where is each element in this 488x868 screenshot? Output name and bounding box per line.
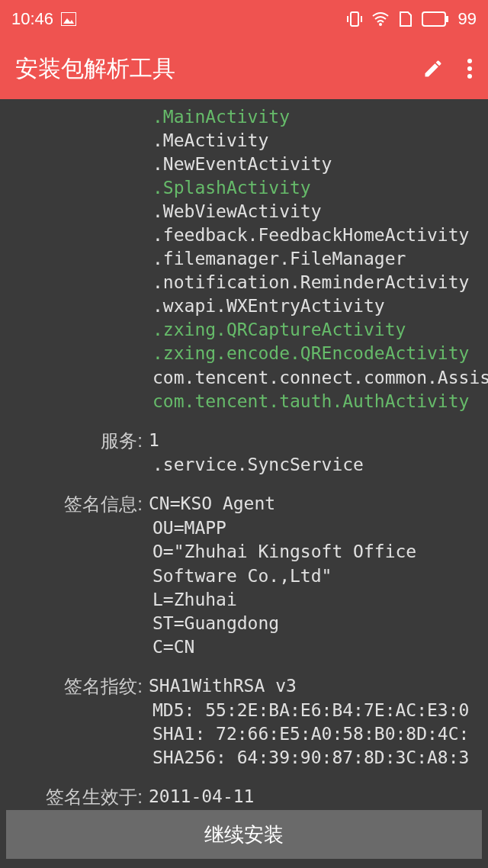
sign-info-label: 签名信息: — [0, 492, 149, 516]
sign-info-line: L=Zhuhai — [0, 588, 488, 612]
activity-item: .feedback.FeedbackHomeActivity — [0, 223, 488, 247]
services-label: 服务: — [0, 429, 149, 453]
sign-info-line: C=CN — [0, 635, 488, 659]
svg-point-8 — [467, 59, 472, 63]
image-icon — [61, 12, 76, 26]
svg-rect-0 — [61, 12, 76, 26]
more-button[interactable] — [467, 58, 473, 79]
svg-rect-2 — [351, 12, 358, 26]
sign-info-line: ST=Guangdong — [0, 612, 488, 635]
activity-item: .zxing.encode.QREncodeActivity — [0, 342, 488, 365]
activity-item: .MeActivity — [0, 129, 488, 153]
svg-point-9 — [467, 66, 472, 71]
activity-item: .SplashActivity — [0, 176, 488, 200]
activity-item: .wxapi.WXEntryActivity — [0, 294, 488, 318]
activity-item: com.tencent.connect.common.AssistActivit… — [0, 366, 488, 390]
sim-icon — [399, 11, 413, 27]
activity-item: .MainActivity — [0, 105, 488, 129]
svg-rect-7 — [446, 16, 448, 22]
activity-item: .NewEventActivity — [0, 153, 488, 176]
svg-rect-6 — [422, 12, 445, 26]
fingerprint-line: MD5: 55:2E:BA:E6:B4:7E:AC:E3:0 — [0, 699, 488, 722]
svg-marker-1 — [63, 18, 74, 24]
activity-item: .filemanager.FileManager — [0, 247, 488, 271]
content-area: .MainActivity.MeActivity.NewEventActivit… — [0, 99, 488, 815]
fingerprint-line: SHA1: 72:66:E5:A0:58:B0:8D:4C: — [0, 722, 488, 746]
battery-icon — [422, 11, 449, 27]
sign-info-line: OU=MAPP — [0, 516, 488, 540]
sign-info-line: O="Zhuhai Kingsoft Office Software Co.,L… — [0, 540, 488, 587]
vibrate-icon — [347, 11, 362, 27]
page-title: 安装包解析工具 — [15, 53, 175, 85]
fingerprint-label: 签名指纹: — [0, 674, 149, 699]
svg-point-5 — [379, 23, 382, 26]
activity-item: .WebViewActivity — [0, 200, 488, 223]
services-count: 1 — [149, 429, 488, 453]
valid-from-value: 2011-04-11 — [149, 785, 488, 809]
svg-point-10 — [467, 74, 472, 79]
service-item: .service.SyncService — [0, 453, 488, 477]
fingerprint-line: SHA1WithRSA v3 — [149, 674, 488, 699]
edit-button[interactable] — [422, 58, 444, 79]
activity-item: .notification.ReminderActivity — [0, 271, 488, 294]
app-bar: 安装包解析工具 — [0, 38, 488, 99]
valid-from-label: 签名生效于: — [0, 785, 149, 809]
activity-item: com.tencent.tauth.AuthActivity — [0, 390, 488, 413]
status-time: 10:46 — [11, 9, 53, 29]
continue-install-button[interactable]: 继续安装 — [6, 810, 482, 859]
sign-info-line: CN=KSO Agent — [149, 492, 488, 516]
battery-percent: 99 — [458, 9, 477, 29]
activity-item: .zxing.QRCaptureActivity — [0, 318, 488, 342]
fingerprint-line: SHA256: 64:39:90:87:8D:3C:A8:3 — [0, 746, 488, 770]
status-bar: 10:46 99 — [0, 0, 488, 38]
wifi-icon — [371, 11, 390, 27]
